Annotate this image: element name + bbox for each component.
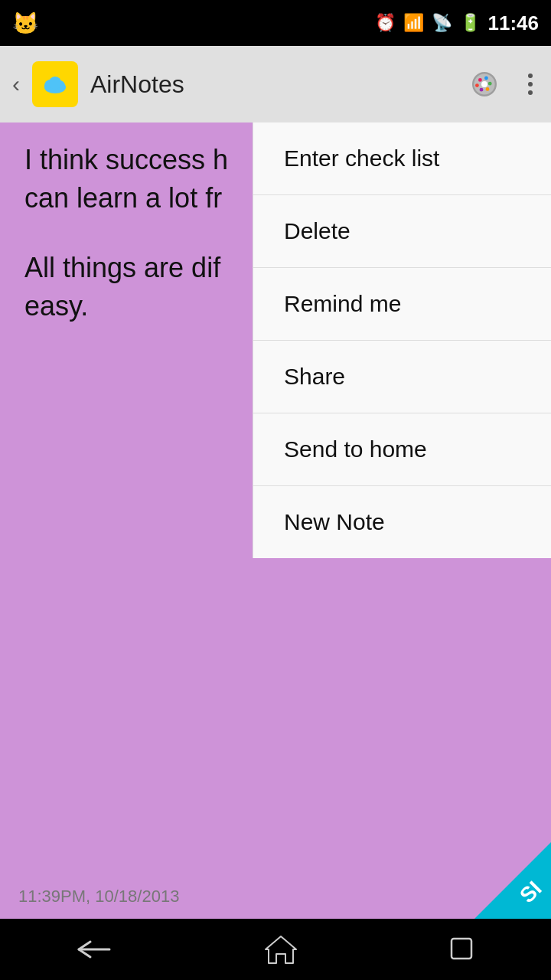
- time-display: 11:46: [488, 11, 540, 35]
- alarm-icon: ⏰: [375, 13, 396, 33]
- bottom-nav: [0, 919, 551, 980]
- recents-nav-icon: [448, 936, 476, 963]
- overflow-dot-1: [528, 74, 533, 78]
- svg-point-12: [481, 81, 487, 87]
- menu-item-delete[interactable]: Delete: [253, 195, 551, 268]
- menu-item-enter-check-list[interactable]: Enter check list: [253, 122, 551, 195]
- cat-icon: 🐱: [12, 11, 39, 36]
- home-nav-icon: [264, 934, 298, 965]
- overflow-dot-3: [528, 90, 533, 95]
- svg-point-9: [486, 87, 490, 91]
- battery-icon: 🔋: [460, 13, 481, 33]
- status-bar: 🐱 ⏰ 📶 📡 🔋 11:46: [0, 0, 551, 46]
- si-text: SI: [515, 877, 546, 908]
- app-icon: [32, 61, 78, 107]
- svg-point-8: [488, 82, 492, 86]
- home-nav-button[interactable]: [256, 926, 305, 972]
- svg-point-3: [49, 77, 61, 89]
- wifi-icon: 📶: [403, 13, 424, 33]
- svg-rect-13: [452, 939, 471, 959]
- timestamp: 11:39PM, 10/18/2013: [18, 887, 179, 906]
- overflow-dot-2: [528, 82, 533, 87]
- signal-icon: 📡: [432, 13, 452, 33]
- app-title: AirNotes: [90, 70, 453, 99]
- main-content: I think success hcan learn a lot fr All …: [0, 122, 551, 919]
- back-nav-icon: [75, 938, 113, 961]
- recents-nav-button[interactable]: [441, 928, 484, 971]
- back-nav-button[interactable]: [67, 930, 121, 969]
- back-button[interactable]: ‹: [12, 71, 20, 97]
- menu-item-share[interactable]: Share: [253, 341, 551, 413]
- overflow-menu-button[interactable]: [522, 67, 539, 101]
- svg-point-6: [478, 78, 482, 82]
- menu-item-send-to-home[interactable]: Send to home: [253, 413, 551, 486]
- dropdown-menu: Enter check list Delete Remind me Share …: [253, 122, 551, 558]
- svg-point-10: [480, 88, 484, 92]
- si-badge: SI: [474, 842, 551, 919]
- svg-point-11: [475, 83, 479, 87]
- status-right: ⏰ 📶 📡 🔋 11:46: [375, 11, 540, 35]
- app-bar: ‹ AirNotes: [0, 46, 551, 122]
- palette-icon: [469, 69, 500, 100]
- cloud-icon: [40, 69, 70, 100]
- toolbar-icons: [465, 65, 539, 103]
- palette-button[interactable]: [465, 65, 504, 103]
- status-left: 🐱: [12, 11, 39, 36]
- svg-point-7: [484, 77, 488, 80]
- menu-item-new-note[interactable]: New Note: [253, 486, 551, 558]
- menu-item-remind-me[interactable]: Remind me: [253, 268, 551, 341]
